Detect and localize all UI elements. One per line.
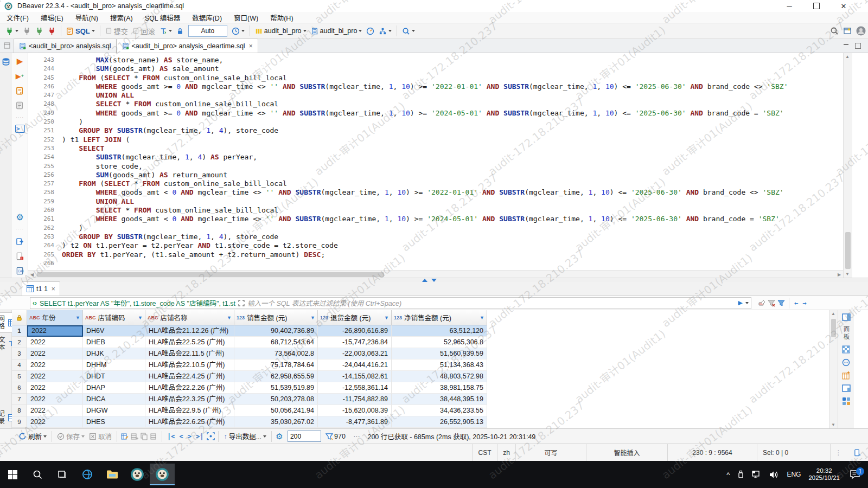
code-line[interactable]: 265ORDER BY t1.perYear, (t1.sale_amount … (28, 251, 843, 259)
cell[interactable]: 2022 (27, 348, 83, 359)
cell[interactable]: 2022 (27, 405, 83, 416)
code-line[interactable]: 256 SUM(goods_amt) AS return_amount (28, 171, 843, 179)
scroll-up-icon[interactable]: ▲ (844, 54, 851, 59)
go-to-row-icon[interactable] (206, 432, 215, 441)
quick-search-button[interactable] (828, 24, 841, 37)
commit-button[interactable]: 提交 (103, 24, 130, 37)
menu-database[interactable]: 数据库(D) (192, 12, 222, 23)
reconnect-button[interactable] (33, 24, 46, 37)
maximize-editor-icon[interactable] (853, 41, 863, 50)
code-line[interactable]: 245 FROM (SELECT * FROM custom_online_sa… (28, 74, 843, 82)
cell[interactable]: 68,712,543.64 (234, 337, 318, 348)
cell[interactable]: 2022 (27, 325, 83, 337)
cell[interactable]: DH6V (83, 325, 145, 337)
filter-history-back-icon[interactable]: ← (792, 299, 800, 307)
overflow-icon[interactable]: ⋯ (353, 432, 360, 440)
result-settings-gear-icon[interactable]: ⚙ (275, 432, 284, 441)
table-row[interactable]: 92022DHESHLA唯品会22.6.25 (广州)35,030,267.02… (12, 416, 487, 428)
file-explorer-button[interactable] (100, 464, 125, 485)
code-line[interactable]: 263 GROUP BY SUBSTR(mgclear_time, 1, 4),… (28, 233, 843, 241)
cell[interactable]: -12,558,361.14 (318, 382, 392, 394)
cell[interactable]: DHJK (83, 348, 145, 359)
close-tab-icon[interactable]: × (249, 42, 253, 50)
scroll-up-icon[interactable]: ▲ (829, 311, 837, 316)
column-header-4[interactable]: 123销售金额 (元)▼ (234, 310, 318, 325)
column-dropdown-icon[interactable]: ▼ (227, 315, 232, 320)
code-line[interactable]: 253 SELECT (28, 144, 843, 153)
perspective-button[interactable] (841, 24, 854, 37)
user-avatar[interactable] (854, 24, 868, 37)
menu-search[interactable]: 搜索(A) (110, 12, 133, 23)
cell[interactable]: -26,890,616.89 (318, 325, 392, 337)
cell[interactable]: HLA唯品会22.10.5 (广州) (145, 359, 234, 371)
tab-analysis-sql[interactable]: <audit_bi_pro> analysis.sql (14, 38, 117, 53)
cell[interactable]: HLA唯品会22.3.25 (广州) (145, 394, 234, 405)
cell[interactable]: 35,030,267.02 (234, 416, 318, 428)
next-row-icon[interactable]: > (186, 433, 194, 440)
cell[interactable]: HLA唯品会22.9.5 (广州) (145, 405, 234, 416)
duplicate-row-icon[interactable] (139, 432, 149, 441)
column-dropdown-icon[interactable]: ▼ (75, 315, 80, 320)
cell[interactable]: -15,747,236.84 (318, 337, 392, 348)
export-data-button[interactable]: ↑ 导出数据... (221, 430, 269, 443)
column-dropdown-icon[interactable]: ▼ (384, 315, 389, 320)
lock-button[interactable] (174, 24, 186, 37)
cell[interactable]: 50,203,278.08 (234, 394, 318, 405)
column-dropdown-icon[interactable]: ▼ (138, 315, 143, 320)
cell[interactable]: HLA唯品会21.12.26 (广州) (145, 325, 234, 337)
sql-terminal-icon[interactable]: >_ (15, 125, 25, 133)
code-line[interactable]: 260 SELECT * FROM custom_online_sale_bil… (28, 206, 843, 215)
transaction-log-button[interactable] (157, 24, 174, 37)
filter-input-box[interactable]: ‹› SELECT t1.perYear AS "年份", t1.store_c… (30, 297, 751, 309)
statusbar-overflow-icon[interactable]: ⋮ (830, 444, 846, 461)
code-line[interactable]: 259 UNION ALL (28, 197, 843, 206)
add-column-icon[interactable] (842, 371, 850, 380)
calc-panel-icon[interactable] (842, 397, 851, 406)
settings-gear-icon[interactable]: ⚙ (15, 212, 25, 222)
open-panel-icon[interactable] (842, 313, 851, 321)
rollback-button[interactable]: 回滚 (130, 24, 157, 37)
row-number[interactable]: 8 (12, 405, 27, 416)
menu-window[interactable]: 窗口(W) (234, 12, 258, 23)
scroll-left-icon[interactable]: ◀ (28, 272, 36, 277)
cell[interactable]: 63,512,120 (392, 325, 487, 337)
sql-code-editor[interactable]: 243 MAX(store_name) AS store_name,244 SU… (28, 53, 843, 270)
fetch-size-input[interactable] (288, 431, 321, 442)
refresh-button[interactable]: 刷新 (16, 430, 49, 443)
row-number[interactable]: 6 (12, 382, 27, 394)
dbeaver-active-taskbar-button[interactable] (150, 464, 175, 485)
code-line[interactable]: 262 ) (28, 224, 843, 233)
row-number-header[interactable] (12, 310, 27, 325)
cancel-button[interactable]: 取消 (87, 430, 114, 443)
dashboard-button[interactable] (364, 24, 376, 37)
code-line[interactable]: 254 SUBSTR(mgclear_time, 1, 4) AS perYea… (28, 153, 843, 162)
add-row-icon[interactable] (130, 432, 139, 441)
cell[interactable]: 75,178,784.64 (234, 359, 318, 371)
cell[interactable]: DHEB (83, 337, 145, 348)
scroll-down-icon[interactable]: ▼ (829, 422, 837, 427)
cell[interactable]: -24,044,416.21 (318, 359, 392, 371)
validate-script-icon[interactable] (15, 251, 25, 261)
edit-cell-icon[interactable] (120, 432, 130, 441)
db-navigator-icon[interactable] (2, 57, 12, 66)
metadata-icon[interactable] (842, 358, 850, 367)
cell[interactable]: DHCA (83, 394, 145, 405)
restore-panel-icon[interactable] (2, 41, 12, 50)
previous-row-icon[interactable]: < (177, 433, 186, 440)
code-line[interactable]: 257 FROM (SELECT * FROM custom_online_sa… (28, 179, 843, 188)
column-dropdown-icon[interactable]: ▼ (480, 315, 484, 320)
code-line[interactable]: 261 WHERE goods_amt < 0 AND mgclear_time… (28, 215, 843, 223)
expand-filter-icon[interactable] (238, 300, 245, 306)
cell[interactable]: HLA唯品会22.11.5 (广州) (145, 348, 234, 359)
query-history-button[interactable] (229, 24, 247, 37)
minimize-editor-icon[interactable] (841, 40, 851, 49)
table-row[interactable]: 12022DH6VHLA唯品会21.12.26 (广州)90,402,736.8… (12, 325, 487, 337)
taskbar-search-button[interactable] (25, 464, 50, 485)
execute-statement-icon[interactable]: ▶ (15, 56, 25, 66)
table-row[interactable]: 22022DHEBHLA唯品会22.5.25 (广州)68,712,543.64… (12, 337, 487, 348)
explain-plan-icon[interactable] (15, 100, 25, 110)
disconnect-button[interactable] (21, 24, 33, 37)
cell[interactable]: 2022 (27, 337, 83, 348)
row-number[interactable]: 3 (12, 348, 27, 359)
cell[interactable]: DHHM (83, 359, 145, 371)
